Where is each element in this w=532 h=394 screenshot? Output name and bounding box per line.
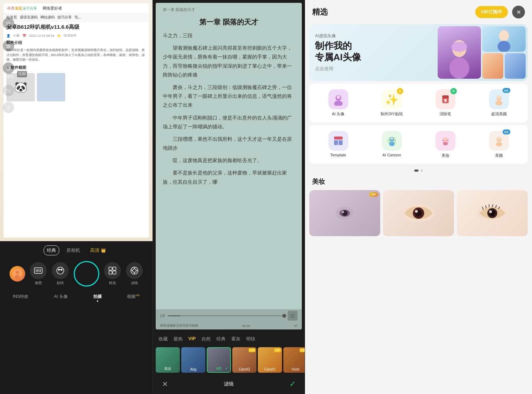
webpage-category: 安卓软件 bbox=[64, 33, 77, 38]
svg-point-10 bbox=[57, 267, 64, 274]
tab-vip[interactable]: VIP bbox=[188, 336, 196, 342]
svg-point-56 bbox=[342, 211, 344, 213]
reader-content-area: 第一章 陨落的天才 第一章 陨落的天才 斗之力，三段 望着测验魔石碑上面闪亮得甚… bbox=[156, 3, 302, 329]
sticker-btn[interactable]: 贴纸 bbox=[52, 262, 69, 285]
camera-preview: 小刀 发花 乐于分享 网络爱好者 站首页 易语言源码 网站源码 技巧分享 宅..… bbox=[0, 0, 153, 241]
featured-label: 精选 bbox=[109, 281, 116, 285]
svg-point-51 bbox=[496, 142, 502, 146]
reader-progress-bar[interactable] bbox=[168, 315, 285, 316]
ai-close-btn[interactable]: ✕ bbox=[512, 6, 525, 18]
svg-point-36 bbox=[498, 96, 500, 99]
reader-progress-text: 1/9 bbox=[160, 314, 165, 318]
filter-thumb-6[interactable]: Vivid VIP bbox=[283, 347, 305, 373]
mode-hd[interactable]: 高清 👑 bbox=[87, 246, 109, 255]
makeup-item-3[interactable] bbox=[457, 190, 528, 236]
tool-beauty[interactable]: HD 美颜 bbox=[474, 131, 523, 158]
tab-collect[interactable]: 收藏 bbox=[159, 336, 168, 342]
ai-banner-cta: 点击使用 bbox=[315, 66, 361, 72]
camera-controls: 修图 贴纸 bbox=[0, 261, 153, 287]
tool-diy-sticker[interactable]: ✨ ★ 制作DIY贴纸 bbox=[367, 89, 416, 117]
nav-video[interactable]: 视频HD bbox=[127, 294, 140, 302]
featured-btn[interactable]: 精选 bbox=[104, 262, 121, 285]
svg-rect-13 bbox=[109, 267, 112, 270]
sticker-tool[interactable]: ◎ 表情包 bbox=[3, 62, 14, 79]
makeup-item-2[interactable] bbox=[383, 190, 454, 236]
tab-classic[interactable]: 经典 bbox=[216, 336, 226, 342]
ai-portrait-2 bbox=[482, 26, 526, 52]
user-avatar[interactable] bbox=[10, 266, 25, 282]
svg-point-47 bbox=[443, 142, 448, 145]
filter-thumb-4[interactable]: Cam#2 VIP bbox=[232, 347, 256, 373]
reader-expand-btn[interactable]: ⊡ bbox=[288, 311, 298, 321]
svg-rect-9 bbox=[34, 268, 42, 273]
filter-label: 滤镜 bbox=[224, 381, 234, 387]
ai-banner[interactable]: AI虚拟头像 制作我的专属AI头像 点击使用 bbox=[309, 24, 528, 81]
tool-ai-cartoon[interactable]: AI Cartoon bbox=[367, 131, 416, 158]
beauty-tool[interactable]: ⊡ 美颜 bbox=[3, 18, 14, 34]
nav-ai-avatar[interactable]: AI 头像 bbox=[54, 294, 68, 302]
collage-tool[interactable]: ⊞ 拼图 bbox=[3, 40, 14, 57]
filter-thumbnails: 焉吉 Abg HD ✓ Cam#2 VIP Cam#1 VIP Vivid VI… bbox=[153, 346, 305, 374]
makeup-title: 美妆 bbox=[309, 174, 528, 190]
ai-banner-subtitle: AI虚拟头像 bbox=[315, 33, 361, 39]
svg-rect-15 bbox=[109, 271, 112, 274]
filter-thumb-5[interactable]: Cam#1 VIP bbox=[258, 347, 282, 373]
makeup-item-1[interactable]: VIP bbox=[309, 190, 380, 236]
camera-top-bar bbox=[0, 4, 153, 16]
mode-original[interactable]: 原相机 bbox=[63, 246, 83, 255]
camera-left-toolbar: ⊡ 美颜 ⊞ 拼图 ◎ 表情包 ⌥ ∧ bbox=[3, 18, 14, 113]
filter-thumb-3[interactable]: HD ✓ bbox=[207, 347, 231, 373]
ai-portrait-3 bbox=[482, 53, 503, 79]
svg-point-27 bbox=[498, 41, 510, 52]
reader-cancel-btn[interactable]: ✕ bbox=[159, 378, 171, 390]
filter-label: 滤镜 bbox=[131, 281, 138, 285]
camera-settings-icon[interactable] bbox=[135, 4, 148, 16]
tab-nature[interactable]: 自然 bbox=[201, 336, 211, 342]
reader-chapter-title: 第一章 陨落的天才 bbox=[156, 15, 302, 31]
svg-point-4 bbox=[138, 6, 146, 14]
tool-template[interactable]: Template bbox=[314, 131, 363, 158]
filter-thumb-1[interactable]: 焉吉 bbox=[156, 347, 180, 373]
battery-level: 97 bbox=[294, 324, 298, 328]
dot-2 bbox=[421, 170, 423, 172]
camera-nav-row: INS特效 AI 头像 拍摄 视频HD bbox=[0, 291, 153, 305]
ai-banner-title: 制作我的专属AI头像 bbox=[315, 40, 361, 62]
tool-eraser[interactable]: N 消除笔 bbox=[421, 89, 470, 117]
tab-bright[interactable]: 明快 bbox=[246, 336, 255, 342]
ratio-label: 比例 bbox=[17, 71, 27, 77]
vip-subscribe-btn[interactable]: VIP订阅中 bbox=[475, 6, 508, 18]
para-2: 萧炎，斗之力，三段级别：低级测验魔石碑之旁，一位中年男子，看了一眼碑上所显示出来… bbox=[163, 83, 295, 110]
tool-makeup[interactable]: 美妆 bbox=[421, 131, 470, 158]
dot-1 bbox=[414, 170, 419, 172]
svg-point-60 bbox=[415, 210, 418, 213]
mode-classic[interactable]: 经典 bbox=[44, 245, 59, 255]
svg-rect-38 bbox=[334, 137, 343, 139]
tool-beauty-label: 美颜 bbox=[495, 153, 503, 158]
nav-ins[interactable]: INS特效 bbox=[13, 294, 28, 302]
svg-point-12 bbox=[61, 269, 62, 270]
reader-confirm-btn[interactable]: ✓ bbox=[286, 378, 299, 390]
tab-hot[interactable]: 最热 bbox=[173, 336, 183, 342]
nav-photo[interactable]: 拍摄 bbox=[93, 294, 102, 302]
tool-makeup-label: 美妆 bbox=[442, 153, 449, 158]
tool-ai-avatar[interactable]: AI 头像 bbox=[314, 89, 363, 117]
collapse-tool[interactable]: ∧ bbox=[3, 102, 14, 113]
reader-bottom-bar: 1/9 ⊡ bbox=[156, 309, 302, 322]
webpage-screenshot: 小刀 发花 乐于分享 网络爱好者 站首页 易语言源码 网站源码 技巧分享 宅..… bbox=[0, 0, 153, 241]
filter-thumb-2[interactable]: Abg bbox=[181, 347, 205, 373]
svg-point-48 bbox=[443, 140, 445, 141]
webpage-date: 2022-12-23 08:34 bbox=[29, 34, 54, 38]
svg-point-8 bbox=[15, 275, 20, 279]
shutter-button[interactable] bbox=[74, 261, 99, 287]
svg-rect-39 bbox=[334, 140, 338, 145]
tool-hd-beauty[interactable]: HD 超清美颜 bbox=[474, 89, 523, 117]
ai-tools-grid-2: Template AI Cartoon bbox=[309, 125, 528, 164]
filter-btn[interactable]: 滤镜 bbox=[126, 262, 143, 285]
ai-tools-grid: AI 头像 ✨ ★ 制作DIY贴纸 N 消除笔 bbox=[309, 84, 528, 122]
menu-icon[interactable] bbox=[4, 4, 17, 16]
tab-foggy[interactable]: 雾灰 bbox=[231, 336, 240, 342]
edit-btn[interactable]: 修图 bbox=[30, 262, 47, 285]
filter-tool[interactable]: ⌥ bbox=[3, 85, 14, 96]
reader-chapter-header: 第一章 陨落的天才 bbox=[156, 3, 302, 15]
svg-rect-33 bbox=[444, 99, 447, 102]
